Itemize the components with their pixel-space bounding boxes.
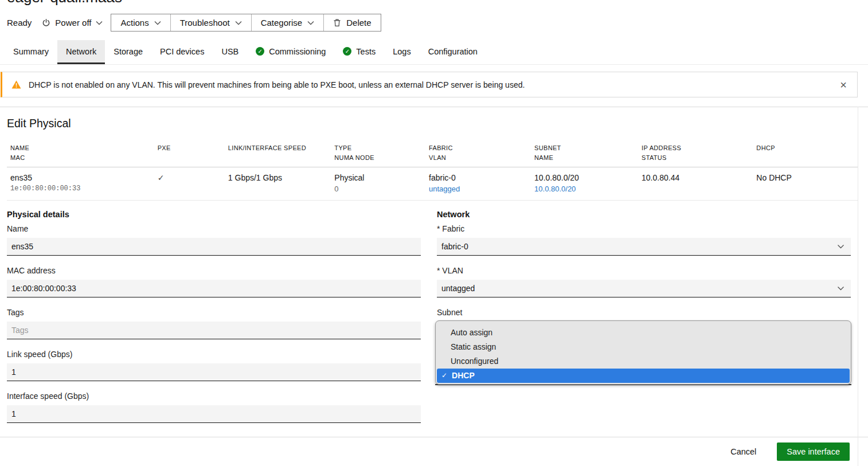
tab-commissioning[interactable]: ✓ Commissioning — [247, 40, 334, 64]
power-off-button[interactable]: Power off — [42, 18, 103, 28]
cell-fabric-vlan: fabric-0 untagged — [429, 173, 534, 194]
link-speed-label: Link speed (Gbps) — [7, 350, 421, 359]
cell-link-speed: 1 Gbps/1 Gbps — [228, 173, 335, 194]
subnet-label: Subnet — [437, 308, 851, 317]
panel-right-border — [858, 107, 858, 466]
tab-network[interactable]: Network — [57, 40, 105, 64]
machine-title: eager-quail.maas — [7, 0, 122, 6]
cell-dhcp: No DHCP — [756, 173, 858, 194]
tab-label: Tests — [356, 47, 376, 56]
pxe-check-icon: ✓ — [158, 173, 165, 182]
vlan-link[interactable]: untagged — [429, 185, 460, 193]
option-label: DHCP — [452, 370, 475, 381]
tab-label: Network — [66, 47, 96, 56]
cell-pxe: ✓ — [158, 173, 228, 194]
interface-speed-label: Interface speed (Gbps) — [7, 391, 421, 401]
tab-usb[interactable]: USB — [213, 40, 247, 64]
name-input[interactable] — [7, 238, 421, 256]
tab-logs[interactable]: Logs — [384, 40, 419, 64]
tab-label: Summary — [13, 47, 49, 56]
subnet-option-auto-assign[interactable]: Auto assign — [437, 326, 850, 340]
subnet-option-dhcp[interactable]: ✓ DHCP — [437, 369, 850, 383]
tab-configuration[interactable]: Configuration — [420, 40, 486, 64]
selected-check-icon: ✓ — [441, 371, 447, 380]
col-link-speed: LINK/INTERFACE SPEED — [228, 143, 335, 162]
tab-bar: Summary Network Storage PCI devices USB … — [0, 40, 868, 65]
physical-details-title: Physical details — [7, 210, 421, 219]
dhcp-warning-banner: DHCP is not enabled on any VLAN. This wi… — [1, 72, 858, 97]
col-dhcp: DHCP — [756, 143, 858, 162]
name-label: Name — [7, 224, 421, 233]
delete-button-label: Delete — [346, 18, 371, 28]
machine-detail-page: eager-quail.maas Ready Power off Actions… — [0, 0, 868, 466]
subnet-field-group: Subnet Auto assign Static assign Unconfi… — [437, 308, 851, 317]
mac-label: MAC address — [7, 266, 421, 275]
tab-summary[interactable]: Summary — [5, 40, 57, 64]
tab-label: Configuration — [428, 47, 478, 56]
cell-type-numa: Physical 0 — [334, 173, 429, 194]
col-pxe: PXE — [158, 143, 228, 162]
fabric-select[interactable]: fabric-0 — [437, 238, 851, 256]
actions-button-label: Actions — [120, 18, 148, 28]
tab-tests[interactable]: ✓ Tests — [334, 40, 384, 64]
col-name-mac: NAMEMAC — [7, 143, 158, 162]
interface-speed-input[interactable] — [7, 405, 421, 423]
edit-physical-panel: Edit Physical NAMEMAC PXE LINK/INTERFACE… — [0, 107, 868, 466]
success-check-icon: ✓ — [343, 47, 351, 56]
tags-field-group: Tags — [7, 308, 421, 339]
delete-button[interactable]: Delete — [323, 14, 380, 31]
machine-status: Ready — [7, 18, 32, 28]
save-interface-button[interactable]: Save interface — [777, 442, 850, 461]
chevron-down-icon — [154, 21, 161, 25]
link-speed-input[interactable] — [7, 363, 421, 381]
chevron-down-icon — [837, 286, 844, 291]
edit-interface-form: Physical details Name MAC address Tags L… — [7, 210, 851, 433]
trash-icon — [333, 18, 341, 27]
physical-details-column: Physical details Name MAC address Tags L… — [7, 210, 421, 433]
chevron-down-icon — [96, 21, 103, 25]
link-speed-field-group: Link speed (Gbps) — [7, 350, 421, 381]
subnet-link[interactable]: 10.0.80.0/20 — [534, 185, 576, 193]
col-type-numa: TYPENUMA NODE — [334, 143, 429, 162]
mac-field-group: MAC address — [7, 266, 421, 297]
interface-speed-field-group: Interface speed (Gbps) — [7, 391, 421, 423]
tab-storage[interactable]: Storage — [105, 40, 151, 64]
categorise-button[interactable]: Categorise — [251, 14, 324, 31]
troubleshoot-button-label: Troubleshoot — [180, 18, 230, 28]
subnet-option-static-assign[interactable]: Static assign — [437, 340, 850, 354]
interface-name: ens35 — [10, 173, 158, 183]
categorise-button-label: Categorise — [261, 18, 303, 28]
cancel-button[interactable]: Cancel — [727, 447, 760, 457]
cell-name-mac: ens35 1e:00:80:00:00:33 — [7, 173, 158, 194]
cell-ip-status: 10.0.80.44 — [642, 173, 756, 194]
col-fabric-vlan: FABRICVLAN — [429, 143, 534, 162]
actions-button[interactable]: Actions — [111, 14, 170, 31]
chevron-down-icon — [837, 244, 844, 249]
tab-label: Commissioning — [269, 47, 326, 56]
vlan-select[interactable]: untagged — [437, 280, 851, 297]
interface-table: NAMEMAC PXE LINK/INTERFACE SPEED TYPENUM… — [7, 141, 858, 201]
tab-label: PCI devices — [160, 47, 204, 56]
tags-label: Tags — [7, 308, 421, 317]
name-field-group: Name — [7, 224, 421, 256]
mac-input[interactable] — [7, 280, 421, 297]
vlan-selected-value: untagged — [441, 284, 475, 293]
action-bar: Ready Power off Actions Troubleshoot Cat… — [7, 14, 381, 32]
troubleshoot-button[interactable]: Troubleshoot — [170, 14, 251, 31]
subnet-option-unconfigured[interactable]: Unconfigured — [437, 354, 850, 369]
network-title: Network — [437, 210, 851, 219]
action-button-group: Actions Troubleshoot Categorise Delete — [111, 14, 381, 32]
col-ip-status: IP ADDRESSSTATUS — [642, 143, 756, 162]
panel-title: Edit Physical — [7, 117, 868, 130]
close-icon[interactable]: × — [839, 79, 848, 91]
table-header-row: NAMEMAC PXE LINK/INTERFACE SPEED TYPENUM… — [7, 141, 858, 167]
interface-mac: 1e:00:80:00:00:33 — [10, 183, 158, 194]
power-icon — [42, 18, 50, 28]
network-column: Network * Fabric fabric-0 * VLAN untagge… — [437, 210, 851, 433]
tab-pci-devices[interactable]: PCI devices — [151, 40, 213, 64]
tags-input[interactable] — [7, 322, 421, 339]
tab-label: Storage — [114, 47, 143, 56]
vlan-label: * VLAN — [437, 266, 851, 275]
subnet-dropdown-menu: Auto assign Static assign Unconfigured ✓… — [435, 320, 851, 385]
success-check-icon: ✓ — [256, 47, 264, 56]
